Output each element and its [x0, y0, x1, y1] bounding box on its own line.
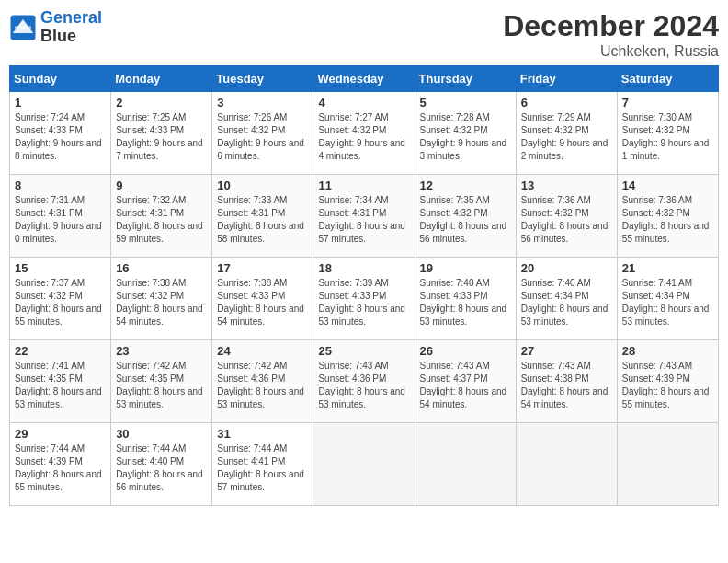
cell-info: Sunrise: 7:43 AM Sunset: 4:39 PM Dayligh…	[622, 360, 713, 411]
day-number: 15	[15, 261, 106, 275]
cell-info: Sunrise: 7:43 AM Sunset: 4:37 PM Dayligh…	[420, 360, 511, 411]
cell-info: Sunrise: 7:44 AM Sunset: 4:41 PM Dayligh…	[217, 442, 308, 494]
calendar-week: 29Sunrise: 7:44 AM Sunset: 4:39 PM Dayli…	[10, 423, 719, 506]
weekday-header: Thursday	[415, 66, 516, 92]
cell-info: Sunrise: 7:24 AM Sunset: 4:33 PM Dayligh…	[15, 111, 106, 163]
calendar-cell: 3Sunrise: 7:26 AM Sunset: 4:32 PM Daylig…	[212, 92, 313, 175]
header: General Blue December 2024 Uchkeken, Rus…	[9, 9, 719, 60]
cell-info: Sunrise: 7:42 AM Sunset: 4:35 PM Dayligh…	[116, 360, 207, 411]
cell-info: Sunrise: 7:38 AM Sunset: 4:32 PM Dayligh…	[116, 277, 207, 328]
calendar-cell: 2Sunrise: 7:25 AM Sunset: 4:33 PM Daylig…	[111, 92, 212, 175]
calendar-cell: 29Sunrise: 7:44 AM Sunset: 4:39 PM Dayli…	[10, 423, 111, 506]
calendar-cell: 14Sunrise: 7:36 AM Sunset: 4:32 PM Dayli…	[617, 175, 718, 258]
day-number: 7	[622, 96, 713, 109]
calendar-cell	[415, 423, 516, 506]
day-number: 5	[420, 96, 511, 109]
cell-info: Sunrise: 7:36 AM Sunset: 4:32 PM Dayligh…	[622, 194, 713, 246]
day-number: 4	[318, 96, 409, 109]
cell-info: Sunrise: 7:43 AM Sunset: 4:36 PM Dayligh…	[318, 360, 409, 411]
svg-rect-2	[15, 26, 31, 28]
day-number: 31	[217, 427, 308, 441]
calendar-cell: 11Sunrise: 7:34 AM Sunset: 4:31 PM Dayli…	[313, 175, 415, 258]
cell-info: Sunrise: 7:28 AM Sunset: 4:32 PM Dayligh…	[420, 111, 511, 163]
calendar-cell: 6Sunrise: 7:29 AM Sunset: 4:32 PM Daylig…	[516, 92, 617, 175]
day-number: 28	[622, 344, 713, 358]
calendar-cell: 31Sunrise: 7:44 AM Sunset: 4:41 PM Dayli…	[212, 423, 313, 506]
day-number: 26	[420, 344, 511, 358]
weekday-header: Saturday	[617, 66, 718, 92]
calendar-cell: 7Sunrise: 7:30 AM Sunset: 4:32 PM Daylig…	[617, 92, 718, 175]
month-title: December 2024	[503, 9, 719, 43]
calendar-cell: 23Sunrise: 7:42 AM Sunset: 4:35 PM Dayli…	[111, 340, 212, 423]
calendar-cell: 1Sunrise: 7:24 AM Sunset: 4:33 PM Daylig…	[10, 92, 111, 175]
cell-info: Sunrise: 7:44 AM Sunset: 4:40 PM Dayligh…	[116, 442, 207, 494]
calendar-week: 8Sunrise: 7:31 AM Sunset: 4:31 PM Daylig…	[10, 175, 719, 258]
calendar-cell: 24Sunrise: 7:42 AM Sunset: 4:36 PM Dayli…	[212, 340, 313, 423]
logo-text: General Blue	[40, 9, 102, 46]
cell-info: Sunrise: 7:34 AM Sunset: 4:31 PM Dayligh…	[318, 194, 409, 246]
cell-info: Sunrise: 7:42 AM Sunset: 4:36 PM Dayligh…	[217, 360, 308, 411]
calendar-cell	[313, 423, 415, 506]
day-number: 12	[420, 178, 511, 192]
weekday-header: Friday	[516, 66, 617, 92]
header-row: SundayMondayTuesdayWednesdayThursdayFrid…	[10, 66, 719, 92]
cell-info: Sunrise: 7:40 AM Sunset: 4:34 PM Dayligh…	[521, 277, 612, 328]
day-number: 17	[217, 261, 308, 275]
day-number: 29	[15, 427, 106, 441]
calendar-cell: 21Sunrise: 7:41 AM Sunset: 4:34 PM Dayli…	[617, 258, 718, 340]
day-number: 23	[116, 344, 207, 358]
location: Uchkeken, Russia	[503, 43, 719, 60]
cell-info: Sunrise: 7:31 AM Sunset: 4:31 PM Dayligh…	[15, 194, 106, 246]
day-number: 27	[521, 344, 612, 358]
day-number: 1	[15, 96, 106, 109]
cell-info: Sunrise: 7:43 AM Sunset: 4:38 PM Dayligh…	[521, 360, 612, 411]
calendar-cell	[516, 423, 617, 506]
cell-info: Sunrise: 7:41 AM Sunset: 4:34 PM Dayligh…	[622, 277, 713, 328]
calendar-cell: 10Sunrise: 7:33 AM Sunset: 4:31 PM Dayli…	[212, 175, 313, 258]
weekday-header: Monday	[111, 66, 212, 92]
calendar-cell	[617, 423, 718, 506]
cell-info: Sunrise: 7:35 AM Sunset: 4:32 PM Dayligh…	[420, 194, 511, 246]
weekday-header: Wednesday	[313, 66, 415, 92]
cell-info: Sunrise: 7:39 AM Sunset: 4:33 PM Dayligh…	[318, 277, 409, 328]
cell-info: Sunrise: 7:26 AM Sunset: 4:32 PM Dayligh…	[217, 111, 308, 163]
calendar-cell: 5Sunrise: 7:28 AM Sunset: 4:32 PM Daylig…	[415, 92, 516, 175]
day-number: 14	[622, 178, 713, 192]
cell-info: Sunrise: 7:32 AM Sunset: 4:31 PM Dayligh…	[116, 194, 207, 246]
calendar-cell: 25Sunrise: 7:43 AM Sunset: 4:36 PM Dayli…	[313, 340, 415, 423]
day-number: 22	[15, 344, 106, 358]
calendar-cell: 9Sunrise: 7:32 AM Sunset: 4:31 PM Daylig…	[111, 175, 212, 258]
weekday-header: Sunday	[10, 66, 111, 92]
cell-info: Sunrise: 7:29 AM Sunset: 4:32 PM Dayligh…	[521, 111, 612, 163]
logo: General Blue	[9, 9, 102, 46]
calendar-cell: 27Sunrise: 7:43 AM Sunset: 4:38 PM Dayli…	[516, 340, 617, 423]
calendar-cell: 15Sunrise: 7:37 AM Sunset: 4:32 PM Dayli…	[10, 258, 111, 340]
day-number: 18	[318, 261, 409, 275]
day-number: 2	[116, 96, 207, 109]
calendar-cell: 17Sunrise: 7:38 AM Sunset: 4:33 PM Dayli…	[212, 258, 313, 340]
calendar-week: 1Sunrise: 7:24 AM Sunset: 4:33 PM Daylig…	[10, 92, 719, 175]
day-number: 3	[217, 96, 308, 109]
day-number: 8	[15, 178, 106, 192]
calendar-cell: 20Sunrise: 7:40 AM Sunset: 4:34 PM Dayli…	[516, 258, 617, 340]
day-number: 10	[217, 178, 308, 192]
calendar-cell: 19Sunrise: 7:40 AM Sunset: 4:33 PM Dayli…	[415, 258, 516, 340]
day-number: 16	[116, 261, 207, 275]
calendar-table: SundayMondayTuesdayWednesdayThursdayFrid…	[9, 65, 719, 506]
cell-info: Sunrise: 7:33 AM Sunset: 4:31 PM Dayligh…	[217, 194, 308, 246]
cell-info: Sunrise: 7:30 AM Sunset: 4:32 PM Dayligh…	[622, 111, 713, 163]
cell-info: Sunrise: 7:27 AM Sunset: 4:32 PM Dayligh…	[318, 111, 409, 163]
day-number: 6	[521, 96, 612, 109]
day-number: 20	[521, 261, 612, 275]
cell-info: Sunrise: 7:37 AM Sunset: 4:32 PM Dayligh…	[15, 277, 106, 328]
day-number: 9	[116, 178, 207, 192]
cell-info: Sunrise: 7:25 AM Sunset: 4:33 PM Dayligh…	[116, 111, 207, 163]
calendar-cell: 8Sunrise: 7:31 AM Sunset: 4:31 PM Daylig…	[10, 175, 111, 258]
title-block: December 2024 Uchkeken, Russia	[503, 9, 719, 60]
calendar-cell: 16Sunrise: 7:38 AM Sunset: 4:32 PM Dayli…	[111, 258, 212, 340]
cell-info: Sunrise: 7:44 AM Sunset: 4:39 PM Dayligh…	[15, 442, 106, 494]
day-number: 11	[318, 178, 409, 192]
logo-icon	[9, 14, 37, 41]
day-number: 30	[116, 427, 207, 441]
cell-info: Sunrise: 7:41 AM Sunset: 4:35 PM Dayligh…	[15, 360, 106, 411]
